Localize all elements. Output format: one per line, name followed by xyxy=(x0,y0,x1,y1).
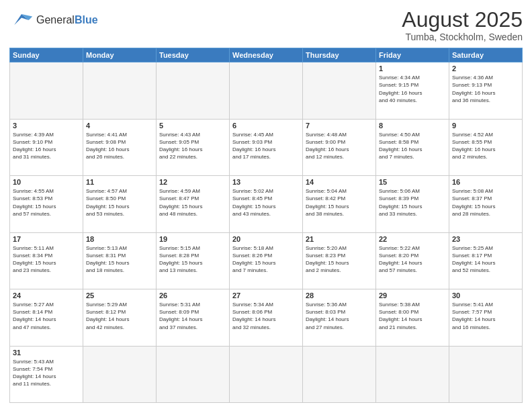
calendar-row-1: 1 Sunrise: 4:34 AMSunset: 9:15 PMDayligh… xyxy=(10,62,523,119)
day-2: 2 Sunrise: 4:36 AMSunset: 9:13 PMDayligh… xyxy=(449,62,523,119)
day-23: 23 Sunrise: 5:25 AMSunset: 8:17 PMDaylig… xyxy=(449,232,523,289)
day-31: 31 Sunrise: 5:43 AMSunset: 7:54 PMDaylig… xyxy=(10,346,83,402)
day-empty xyxy=(157,346,230,402)
day-9: 9 Sunrise: 4:52 AMSunset: 8:55 PMDayligh… xyxy=(449,119,523,175)
day-empty xyxy=(83,346,157,402)
header-wednesday: Wednesday xyxy=(230,48,303,62)
day-empty xyxy=(303,346,376,402)
day-14: 14 Sunrise: 5:04 AMSunset: 8:42 PMDaylig… xyxy=(303,176,376,232)
day-22: 22 Sunrise: 5:22 AMSunset: 8:20 PMDaylig… xyxy=(376,232,449,289)
day-8: 8 Sunrise: 4:50 AMSunset: 8:58 PMDayligh… xyxy=(376,119,449,175)
day-16: 16 Sunrise: 5:08 AMSunset: 8:37 PMDaylig… xyxy=(449,176,523,232)
header-thursday: Thursday xyxy=(303,48,376,62)
weekday-header-row: Sunday Monday Tuesday Wednesday Thursday… xyxy=(10,48,523,62)
day-30: 30 Sunrise: 5:41 AMSunset: 7:57 PMDaylig… xyxy=(449,289,523,346)
day-7: 7 Sunrise: 4:48 AMSunset: 9:00 PMDayligh… xyxy=(303,119,376,175)
day-12: 12 Sunrise: 4:59 AMSunset: 8:47 PMDaylig… xyxy=(157,176,230,232)
day-empty xyxy=(83,62,157,119)
logo: GeneralBlue xyxy=(9,8,98,32)
day-empty xyxy=(157,62,230,119)
day-18: 18 Sunrise: 5:13 AMSunset: 8:31 PMDaylig… xyxy=(83,232,157,289)
day-empty xyxy=(376,346,449,402)
header-friday: Friday xyxy=(376,48,449,62)
page-header: GeneralBlue August 2025 Tumba, Stockholm… xyxy=(9,8,523,42)
header-sunday: Sunday xyxy=(10,48,83,62)
day-13: 13 Sunrise: 5:02 AMSunset: 8:45 PMDaylig… xyxy=(230,176,303,232)
calendar-row-4: 17 Sunrise: 5:11 AMSunset: 8:34 PMDaylig… xyxy=(10,232,523,289)
day-27: 27 Sunrise: 5:34 AMSunset: 8:06 PMDaylig… xyxy=(230,289,303,346)
calendar-row-6: 31 Sunrise: 5:43 AMSunset: 7:54 PMDaylig… xyxy=(10,346,523,402)
header-monday: Monday xyxy=(83,48,157,62)
day-24: 24 Sunrise: 5:27 AMSunset: 8:14 PMDaylig… xyxy=(10,289,83,346)
day-20: 20 Sunrise: 5:18 AMSunset: 8:26 PMDaylig… xyxy=(230,232,303,289)
calendar-row-5: 24 Sunrise: 5:27 AMSunset: 8:14 PMDaylig… xyxy=(10,289,523,346)
day-28: 28 Sunrise: 5:36 AMSunset: 8:03 PMDaylig… xyxy=(303,289,376,346)
svg-marker-2 xyxy=(14,17,21,25)
logo-icon xyxy=(9,8,34,32)
header-tuesday: Tuesday xyxy=(157,48,230,62)
location-title: Tumba, Stockholm, Sweden xyxy=(402,32,523,42)
day-empty xyxy=(303,62,376,119)
day-4: 4 Sunrise: 4:41 AMSunset: 9:08 PMDayligh… xyxy=(83,119,157,175)
calendar-row-3: 10 Sunrise: 4:55 AMSunset: 8:53 PMDaylig… xyxy=(10,176,523,232)
day-21: 21 Sunrise: 5:20 AMSunset: 8:23 PMDaylig… xyxy=(303,232,376,289)
day-19: 19 Sunrise: 5:15 AMSunset: 8:28 PMDaylig… xyxy=(157,232,230,289)
logo-text: GeneralBlue xyxy=(36,14,98,26)
day-6: 6 Sunrise: 4:45 AMSunset: 9:03 PMDayligh… xyxy=(230,119,303,175)
calendar-table: Sunday Monday Tuesday Wednesday Thursday… xyxy=(9,48,523,403)
day-15: 15 Sunrise: 5:06 AMSunset: 8:39 PMDaylig… xyxy=(376,176,449,232)
header-saturday: Saturday xyxy=(449,48,523,62)
day-empty xyxy=(449,346,523,402)
day-empty xyxy=(230,62,303,119)
day-29: 29 Sunrise: 5:38 AMSunset: 8:00 PMDaylig… xyxy=(376,289,449,346)
calendar-row-2: 3 Sunrise: 4:39 AMSunset: 9:10 PMDayligh… xyxy=(10,119,523,175)
day-25: 25 Sunrise: 5:29 AMSunset: 8:12 PMDaylig… xyxy=(83,289,157,346)
day-empty xyxy=(230,346,303,402)
day-5: 5 Sunrise: 4:43 AMSunset: 9:05 PMDayligh… xyxy=(157,119,230,175)
day-26: 26 Sunrise: 5:31 AMSunset: 8:09 PMDaylig… xyxy=(157,289,230,346)
day-11: 11 Sunrise: 4:57 AMSunset: 8:50 PMDaylig… xyxy=(83,176,157,232)
month-title: August 2025 xyxy=(402,8,523,32)
day-1: 1 Sunrise: 4:34 AMSunset: 9:15 PMDayligh… xyxy=(376,62,449,119)
title-section: August 2025 Tumba, Stockholm, Sweden xyxy=(402,8,523,42)
day-10: 10 Sunrise: 4:55 AMSunset: 8:53 PMDaylig… xyxy=(10,176,83,232)
day-17: 17 Sunrise: 5:11 AMSunset: 8:34 PMDaylig… xyxy=(10,232,83,289)
day-empty xyxy=(10,62,83,119)
day-3: 3 Sunrise: 4:39 AMSunset: 9:10 PMDayligh… xyxy=(10,119,83,175)
